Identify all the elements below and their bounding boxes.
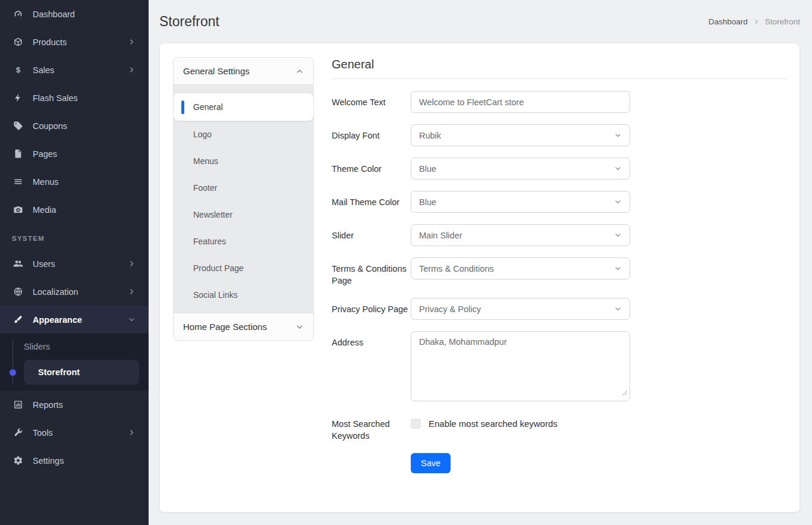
breadcrumb: DashboardStorefront bbox=[709, 17, 800, 26]
sidebar-subitem-sliders[interactable]: Sliders bbox=[0, 334, 149, 360]
sidebar-submenu: SlidersStorefront bbox=[0, 334, 149, 391]
settings-nav-item-label: Features bbox=[193, 237, 226, 246]
sidebar-subitem-storefront[interactable]: Storefront bbox=[24, 360, 139, 385]
field-control: Blue bbox=[411, 191, 630, 213]
chevron-down-icon bbox=[614, 198, 622, 206]
breadcrumb-item-dashboard[interactable]: Dashboard bbox=[709, 17, 748, 26]
settings-group-label: Home Page Sections bbox=[183, 322, 267, 332]
sidebar-item-settings[interactable]: Settings bbox=[0, 447, 149, 474]
sidebar-item-label: Sales bbox=[33, 65, 128, 75]
select-value: Privacy & Policy bbox=[419, 304, 481, 314]
coupons-icon bbox=[12, 121, 24, 131]
field-label: Welcome Text bbox=[332, 91, 411, 113]
sidebar-item-label: Tools bbox=[33, 428, 128, 438]
sidebar-item-label: Flash Sales bbox=[33, 93, 136, 103]
settings-nav-item-label: Product Page bbox=[193, 263, 244, 273]
field-label: Display Font bbox=[332, 124, 411, 146]
display-font-select[interactable]: Rubik bbox=[411, 124, 630, 146]
page-title: Storefront bbox=[159, 14, 219, 30]
field-control: Enable most searched keywords bbox=[411, 413, 558, 442]
sidebar-item-label: Localization bbox=[33, 287, 128, 297]
privacy-policy-page-select[interactable]: Privacy & Policy bbox=[411, 298, 630, 320]
form-row-address: Address bbox=[332, 331, 788, 401]
welcome-text-input[interactable] bbox=[411, 91, 630, 113]
field-label: Theme Color bbox=[332, 158, 411, 180]
sidebar-item-dashboard[interactable]: Dashboard bbox=[0, 0, 149, 28]
settings-group-general-settings[interactable]: General Settings bbox=[174, 58, 313, 85]
field-control: Rubik bbox=[411, 124, 630, 146]
settings-nav-item-general[interactable]: General bbox=[174, 93, 313, 121]
sidebar-item-flash-sales[interactable]: Flash Sales bbox=[0, 84, 149, 112]
settings-nav-item-logo[interactable]: Logo bbox=[174, 121, 313, 147]
mail-theme-color-select[interactable]: Blue bbox=[411, 191, 630, 213]
chevron-down-icon bbox=[614, 265, 622, 272]
sidebar-item-localization[interactable]: Localization bbox=[0, 278, 149, 306]
field-label: Privacy Policy Page bbox=[332, 298, 411, 320]
sidebar-item-label: Coupons bbox=[33, 121, 136, 131]
sidebar-item-menus[interactable]: Menus bbox=[0, 168, 149, 196]
chevron-down-icon bbox=[614, 305, 622, 313]
sidebar-item-pages[interactable]: Pages bbox=[0, 140, 149, 168]
address-textarea[interactable] bbox=[411, 331, 630, 401]
form-row-terms-conditions-page: Terms & Conditions PageTerms & Condition… bbox=[332, 257, 788, 287]
sidebar-item-appearance[interactable]: Appearance bbox=[0, 306, 149, 334]
select-value: Rubik bbox=[419, 131, 441, 140]
settings-group-home-page-sections[interactable]: Home Page Sections bbox=[174, 313, 313, 340]
sidebar-item-users[interactable]: Users bbox=[0, 250, 149, 278]
sidebar-item-products[interactable]: Products bbox=[0, 28, 149, 56]
form-row-mail-theme-color: Mail Theme ColorBlue bbox=[332, 191, 788, 213]
active-indicator-bar bbox=[181, 100, 184, 114]
chevron-down-icon bbox=[128, 316, 136, 323]
settings-nav-item-label: General bbox=[193, 102, 223, 112]
chevron-right-icon bbox=[128, 66, 136, 74]
reports-icon bbox=[12, 400, 24, 410]
chevron-right-icon bbox=[128, 429, 136, 436]
sidebar-item-label: Pages bbox=[33, 149, 136, 159]
chevron-down-icon bbox=[614, 131, 622, 139]
sidebar-item-sales[interactable]: $Sales bbox=[0, 56, 149, 84]
menus-icon bbox=[12, 177, 24, 187]
form-row-welcome-text: Welcome Text bbox=[332, 91, 788, 113]
settings-icon bbox=[12, 455, 24, 466]
sidebar-item-label: Dashboard bbox=[33, 10, 136, 19]
general-settings-form: General Welcome TextDisplay FontRubikThe… bbox=[332, 57, 788, 512]
sidebar-item-label: Media bbox=[33, 205, 136, 215]
form-row-slider: SliderMain Slider bbox=[332, 224, 788, 246]
terms-conditions-page-select[interactable]: Terms & Conditions bbox=[411, 257, 630, 279]
sidebar-item-label: Reports bbox=[33, 400, 136, 410]
settings-nav-item-product-page[interactable]: Product Page bbox=[174, 254, 313, 281]
sidebar-item-tools[interactable]: Tools bbox=[0, 419, 149, 447]
save-button[interactable]: Save bbox=[411, 453, 451, 473]
sidebar-item-reports[interactable]: Reports bbox=[0, 391, 149, 419]
sidebar-item-label: Menus bbox=[33, 177, 136, 187]
field-label: Slider bbox=[332, 224, 411, 246]
pages-icon bbox=[12, 149, 24, 159]
settings-nav: General Settings GeneralLogoMenusFooterN… bbox=[173, 57, 314, 341]
settings-nav-item-footer[interactable]: Footer bbox=[174, 174, 313, 201]
form-heading: General bbox=[332, 58, 788, 71]
settings-nav-item-menus[interactable]: Menus bbox=[174, 147, 313, 174]
sidebar-item-coupons[interactable]: Coupons bbox=[0, 112, 149, 140]
field-control: Blue bbox=[411, 158, 630, 180]
media-icon bbox=[12, 205, 24, 215]
sales-icon: $ bbox=[12, 65, 24, 76]
localization-icon bbox=[12, 287, 24, 297]
settings-nav-item-newsletter[interactable]: Newsletter bbox=[174, 201, 313, 228]
svg-text:$: $ bbox=[15, 65, 20, 74]
flash-sales-icon bbox=[12, 93, 24, 103]
products-icon bbox=[12, 37, 24, 48]
sidebar-item-media[interactable]: Media bbox=[0, 196, 149, 224]
settings-nav-item-label: Logo bbox=[193, 130, 212, 139]
main-content: Storefront DashboardStorefront General S… bbox=[149, 0, 812, 525]
content-card: General Settings GeneralLogoMenusFooterN… bbox=[159, 43, 800, 513]
save-row: Save bbox=[411, 453, 788, 473]
settings-nav-item-features[interactable]: Features bbox=[174, 228, 313, 254]
most-searched-keywords-checkbox[interactable] bbox=[411, 419, 421, 429]
theme-color-select[interactable]: Blue bbox=[411, 158, 630, 180]
field-label: Address bbox=[332, 331, 411, 401]
active-indicator-dot bbox=[10, 369, 16, 376]
slider-select[interactable]: Main Slider bbox=[411, 224, 630, 246]
settings-nav-item-social-links[interactable]: Social Links bbox=[174, 281, 313, 308]
select-value: Blue bbox=[419, 197, 436, 207]
chevron-right-icon bbox=[128, 288, 136, 295]
